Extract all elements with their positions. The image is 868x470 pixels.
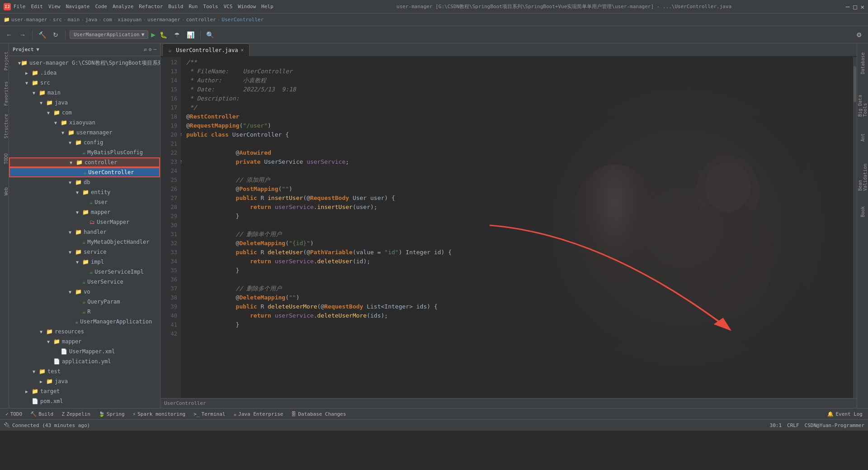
menu-edit[interactable]: Edit [31,4,43,9]
panel-gear-icon[interactable]: ⚙ [149,47,152,52]
menu-refactor[interactable]: Refactor [139,4,163,9]
bc-java[interactable]: java [85,17,98,23]
sync-button[interactable]: ↻ [50,29,61,40]
menu-analyze[interactable]: Analyze [113,4,133,9]
bottom-tab-spark[interactable]: ⚡ Spark monitoring [129,409,189,419]
window-controls[interactable]: ─ □ ✕ [846,3,864,10]
tree-usermanager[interactable]: ▼ 📁 usermanager [9,128,160,138]
sidebar-web-button[interactable]: Web [0,176,9,207]
back-button[interactable]: ← [4,29,14,40]
right-tool-book[interactable]: Book [858,194,867,230]
tree-mybatisplusconfig[interactable]: ▶ ☕ MyBatisPlusConfig [9,147,160,157]
debug-button[interactable]: 🐛 [158,29,169,40]
tree-usermanagerapplication[interactable]: ▶ ☕ UserManagerApplication [9,317,160,327]
menu-help[interactable]: Help [261,4,274,9]
run-button[interactable]: ▶ [151,30,156,39]
run-config-selector[interactable]: UserManagerApplication ▼ [70,30,148,39]
status-encoding[interactable]: CRLF [787,423,799,428]
tree-userserviceimpl[interactable]: ▶ ☕ UserServiceImpl [9,267,160,277]
tree-usercontroller[interactable]: ▶ ☕ UserController [9,167,160,177]
tree-test-java[interactable]: ▶ 📁 java [9,376,160,386]
tree-mapper[interactable]: ▼ 📁 mapper [9,207,160,217]
menu-view[interactable]: View [48,4,61,9]
menu-file[interactable]: File [14,4,26,9]
scrollbar-thumb[interactable] [854,66,856,102]
bc-app[interactable]: 📁 [4,17,10,23]
tree-handler[interactable]: ▼ 📁 handler [9,227,160,237]
tree-pom-xml[interactable]: ▶ 📄 pom.xml [9,396,160,406]
tab-usercontroller[interactable]: ☕ UserController.java ✕ [162,43,250,56]
status-connected[interactable]: 🔌 Connected (43 minutes ago) [4,422,90,428]
tree-resources[interactable]: ▼ 📁 resources [9,327,160,337]
tree-usermapper-xml[interactable]: ▶ 📄 UserMapper.xml [9,347,160,356]
right-tool-ant[interactable]: Ant [858,119,867,156]
bottom-tab-event-log[interactable]: 🔔 Event Log [824,409,866,419]
bc-usermanager[interactable]: usermanager [147,17,180,23]
menu-tools[interactable]: Tools [203,4,218,9]
tree-r[interactable]: ▶ ☕ R [9,307,160,317]
right-tool-database[interactable]: Database [858,45,867,81]
minimize-button[interactable]: ─ [846,3,849,10]
sidebar-favorites-button[interactable]: Favorites [0,78,9,109]
right-tool-bigdata[interactable]: Big Data Tools [858,82,867,119]
bc-xiaoyuan[interactable]: xiaoyuan [118,17,142,23]
bottom-tab-java-enterprise[interactable]: ☕ Java Enterprise [230,409,287,419]
forward-button[interactable]: → [17,29,28,40]
menu-navigate[interactable]: Navigate [66,4,90,9]
tree-queryparam[interactable]: ▶ ☕ QueryParam [9,297,160,307]
sidebar-project-button[interactable]: Project [0,45,9,77]
menu-vcs[interactable]: VCS [223,4,232,9]
tree-main[interactable]: ▼ 📁 main [9,88,160,98]
bc-app-label[interactable]: user-manager [11,17,47,23]
maximize-button[interactable]: □ [853,3,857,10]
tree-mymetaobjecthandler[interactable]: ▶ ☕ MyMetaObjectHandler [9,237,160,247]
tree-usermapper[interactable]: ▶ 🗂 UserMapper [9,217,160,227]
menu-bar[interactable]: File Edit View Navigate Code Analyze Ref… [14,4,274,9]
tree-root[interactable]: ▼ 📁 user-manager G:\CSDN教程\SpringBoot项目系… [9,58,160,68]
bottom-tab-todo[interactable]: ✓ TODO [2,409,26,419]
tree-java[interactable]: ▼ 📁 java [9,98,160,108]
tree-resources-mapper[interactable]: ▼ 📁 mapper [9,337,160,347]
menu-code[interactable]: Code [95,4,107,9]
bc-src[interactable]: src [53,17,62,23]
coverage-button[interactable]: ☂ [172,29,183,40]
tab-close-button[interactable]: ✕ [241,47,244,53]
menu-run[interactable]: Run [189,4,198,9]
build-button[interactable]: 🔨 [37,29,47,40]
bottom-tab-terminal[interactable]: >_ Terminal [190,409,229,419]
settings-button[interactable]: ⚙ [854,29,864,40]
bc-com[interactable]: com [103,17,112,23]
bottom-tab-zeppelin[interactable]: Z Zeppelin [58,409,94,419]
tree-com[interactable]: ▼ 📁 com [9,108,160,118]
tree-target[interactable]: ▶ 📁 target [9,386,160,396]
right-tool-bean[interactable]: Bean Validation [858,157,867,193]
tree-src[interactable]: ▼ 📁 src [9,78,160,88]
panel-minimize-icon[interactable]: ─ [153,47,156,52]
tree-xiaoyuan[interactable]: ▼ 📁 xiaoyuan [9,118,160,128]
bottom-tab-database-changes[interactable]: 🗄 Database Changes [288,409,349,419]
code-editor[interactable]: 12 13 14 15 16 17 18 19 20 21 22 23 24 2… [160,57,857,398]
tree-user[interactable]: ▶ ☕ User [9,197,160,207]
panel-sync-icon[interactable]: ⇄ [144,47,147,52]
code-content[interactable]: /** * FileName: UserController * Author:… [181,57,853,398]
tree-idea[interactable]: ▶ 📁 .idea [9,68,160,78]
close-button[interactable]: ✕ [861,3,864,10]
menu-build[interactable]: Build [168,4,183,9]
sidebar-structure-button[interactable]: Structure [0,110,9,142]
profile-button[interactable]: 📊 [185,29,196,40]
tree-impl[interactable]: ▼ 📁 impl [9,257,160,267]
status-position[interactable]: 30:1 [770,423,782,428]
tree-userservice[interactable]: ▶ ☕ UserService [9,277,160,287]
sidebar-todo-button[interactable]: TODO [0,143,9,175]
tree-service[interactable]: ▼ 📁 service [9,247,160,257]
tree-db[interactable]: ▼ 📁 db [9,177,160,187]
bc-usercontroller[interactable]: UserController [222,17,264,23]
project-tree[interactable]: ▼ 📁 user-manager G:\CSDN教程\SpringBoot项目系… [9,56,160,408]
project-type-selector[interactable]: ▼ [36,47,39,52]
bottom-tab-build[interactable]: 🔨 Build [27,409,57,419]
tree-test[interactable]: ▼ 📁 test [9,366,160,376]
bottom-tab-spring[interactable]: 🍃 Spring [95,409,128,419]
bc-main[interactable]: main [68,17,80,23]
search-everywhere-button[interactable]: 🔍 [205,29,216,40]
status-ide-user[interactable]: CSDN@Yuan-Programmer [805,423,864,428]
